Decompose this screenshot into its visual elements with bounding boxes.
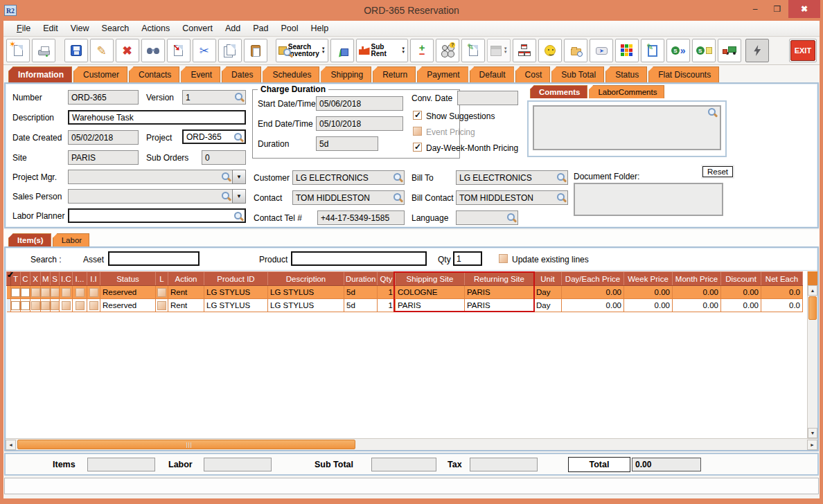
dropdown-arrows-icon[interactable]: ▼▼ bbox=[321, 47, 326, 54]
t-checkbox[interactable] bbox=[11, 301, 20, 310]
col-ii[interactable]: I.I bbox=[87, 272, 100, 286]
vertical-scroll-thumb[interactable] bbox=[808, 296, 817, 320]
shipping-site-cell[interactable]: COLOGNE bbox=[396, 286, 465, 299]
col-ic[interactable]: I.C bbox=[60, 272, 73, 286]
find-button[interactable] bbox=[141, 39, 165, 62]
dropdown-arrows-icon[interactable]: ▼▼ bbox=[401, 47, 405, 54]
copy-button[interactable] bbox=[218, 39, 242, 62]
tab-shipping[interactable]: Shipping bbox=[321, 66, 371, 82]
col-day-each-price[interactable]: Day/Each Price bbox=[562, 272, 624, 286]
tab-flat-discounts[interactable]: Flat Discounts bbox=[648, 66, 719, 82]
x-checkbox[interactable] bbox=[31, 301, 40, 310]
description-field[interactable]: Warehouse Task bbox=[68, 110, 246, 125]
month-price-cell[interactable]: 0.00 bbox=[673, 286, 721, 299]
c-checkbox[interactable] bbox=[21, 301, 30, 310]
inventory-cubes-button[interactable] bbox=[615, 39, 639, 62]
tab-dates[interactable]: Dates bbox=[222, 66, 261, 82]
col-duration[interactable]: Duration bbox=[344, 272, 378, 286]
product-id-cell[interactable]: LG STYLUS bbox=[204, 286, 268, 299]
discount-cell[interactable]: 0.00 bbox=[721, 286, 761, 299]
product-input[interactable] bbox=[291, 251, 427, 266]
tab-payment[interactable]: Payment bbox=[417, 66, 468, 82]
day-each-price-cell[interactable]: 0.00 bbox=[562, 299, 624, 312]
table-row[interactable]: Reserved Rent LG STYLUS LG STYLUS 5d 1 C… bbox=[7, 286, 803, 299]
day-each-price-cell[interactable]: 0.00 bbox=[562, 286, 624, 299]
net-each-cell[interactable]: 0.0 bbox=[761, 299, 803, 312]
magnifier-icon[interactable] bbox=[393, 173, 402, 182]
delete-button[interactable]: ✖ bbox=[116, 39, 139, 62]
action-cell[interactable]: Rent bbox=[168, 286, 204, 299]
minimize-button[interactable]: – bbox=[744, 0, 766, 18]
menu-convert[interactable]: Convert bbox=[176, 22, 219, 35]
comments-textarea[interactable] bbox=[533, 105, 721, 150]
tab-cost[interactable]: Cost bbox=[515, 66, 551, 82]
s-checkbox[interactable] bbox=[51, 301, 60, 310]
tab-return[interactable]: Return bbox=[373, 66, 416, 82]
qty-cell[interactable]: 1 bbox=[378, 286, 396, 299]
paste-button[interactable] bbox=[244, 39, 267, 62]
search-inventory-button[interactable]: SearchInventory ▼▼ bbox=[276, 39, 328, 62]
bill-contact-field[interactable]: TOM HIDDLESTON bbox=[456, 190, 568, 205]
col-action[interactable]: Action bbox=[168, 272, 204, 286]
scroll-left-button[interactable]: ◄ bbox=[6, 440, 16, 450]
magnifier-icon[interactable] bbox=[708, 108, 717, 117]
duration-cell[interactable]: 5d bbox=[344, 286, 378, 299]
menu-edit[interactable]: Edit bbox=[37, 22, 64, 35]
m-checkbox[interactable] bbox=[41, 288, 50, 297]
action-cell[interactable]: Rent bbox=[168, 299, 204, 312]
col-unit[interactable]: Unit bbox=[534, 272, 562, 286]
tab-items[interactable]: Item(s) bbox=[8, 233, 51, 246]
magnifier-icon[interactable] bbox=[557, 173, 566, 182]
assembly-button[interactable] bbox=[513, 39, 536, 62]
duplicate-button[interactable]: ➘ bbox=[167, 39, 191, 62]
exit-button[interactable]: EXIT bbox=[789, 39, 817, 62]
print-button[interactable] bbox=[32, 39, 55, 62]
document-folder-box[interactable] bbox=[574, 183, 723, 216]
sales-person-dropdown[interactable]: ▼ bbox=[232, 189, 246, 204]
magnifier-icon[interactable] bbox=[222, 172, 231, 181]
add-lines-button[interactable]: +− bbox=[410, 39, 434, 62]
returning-site-cell[interactable]: PARIS bbox=[465, 299, 534, 312]
magnifier-icon[interactable] bbox=[234, 212, 243, 221]
menu-file[interactable]: File bbox=[10, 22, 37, 35]
new-document-button[interactable]: ✶ bbox=[6, 39, 30, 62]
l-checkbox[interactable] bbox=[157, 288, 166, 297]
col-l[interactable]: L bbox=[156, 272, 168, 286]
tab-contacts[interactable]: Contacts bbox=[129, 66, 179, 82]
net-each-cell[interactable]: 0.0 bbox=[761, 286, 803, 299]
unit-cell[interactable]: Day bbox=[534, 286, 562, 299]
sales-person-field[interactable] bbox=[68, 189, 233, 204]
tab-information[interactable]: Information bbox=[8, 66, 72, 82]
scroll-down-button[interactable]: ▼ bbox=[808, 428, 817, 438]
qty-input[interactable]: 1 bbox=[453, 251, 482, 266]
magnifier-icon[interactable] bbox=[234, 133, 243, 142]
send-button[interactable]: ➤ bbox=[590, 39, 613, 62]
col-qty[interactable]: Qty bbox=[378, 272, 396, 286]
sub-orders-field[interactable]: 0 bbox=[202, 150, 246, 165]
status-notes-button[interactable]: S bbox=[692, 39, 716, 62]
asset-input[interactable] bbox=[108, 251, 200, 266]
quick-actions-button[interactable] bbox=[745, 39, 769, 62]
delivery-button[interactable] bbox=[718, 39, 741, 62]
project-mgr-dropdown[interactable]: ▼ bbox=[232, 170, 246, 184]
tab-schedules[interactable]: Schedules bbox=[263, 66, 319, 82]
shipping-site-cell[interactable]: PARIS bbox=[396, 299, 465, 312]
magnifier-icon[interactable] bbox=[393, 193, 402, 202]
col-product-id[interactable]: Product ID bbox=[204, 272, 268, 286]
magnifier-icon[interactable] bbox=[557, 193, 566, 202]
project-field[interactable]: ORD-365 bbox=[182, 129, 246, 144]
scroll-up-button[interactable]: ▲ bbox=[808, 285, 817, 296]
menu-add[interactable]: Add bbox=[219, 22, 247, 35]
project-mgr-field[interactable] bbox=[68, 170, 233, 184]
reset-button[interactable]: Reset bbox=[702, 166, 733, 177]
t-checkbox[interactable] bbox=[11, 288, 20, 297]
ii-checkbox[interactable] bbox=[89, 288, 98, 297]
status-cell[interactable]: Reserved bbox=[100, 286, 156, 299]
magnifier-icon[interactable] bbox=[507, 213, 516, 222]
col-idots[interactable]: I... bbox=[73, 272, 87, 286]
menu-actions[interactable]: Actions bbox=[135, 22, 176, 35]
col-shipping-site[interactable]: Shipping Site bbox=[396, 272, 465, 286]
documents-folder-button[interactable] bbox=[564, 39, 587, 62]
magnifier-icon[interactable] bbox=[235, 93, 244, 102]
table-row[interactable]: Reserved Rent LG STYLUS LG STYLUS 5d 1 P… bbox=[7, 299, 803, 312]
